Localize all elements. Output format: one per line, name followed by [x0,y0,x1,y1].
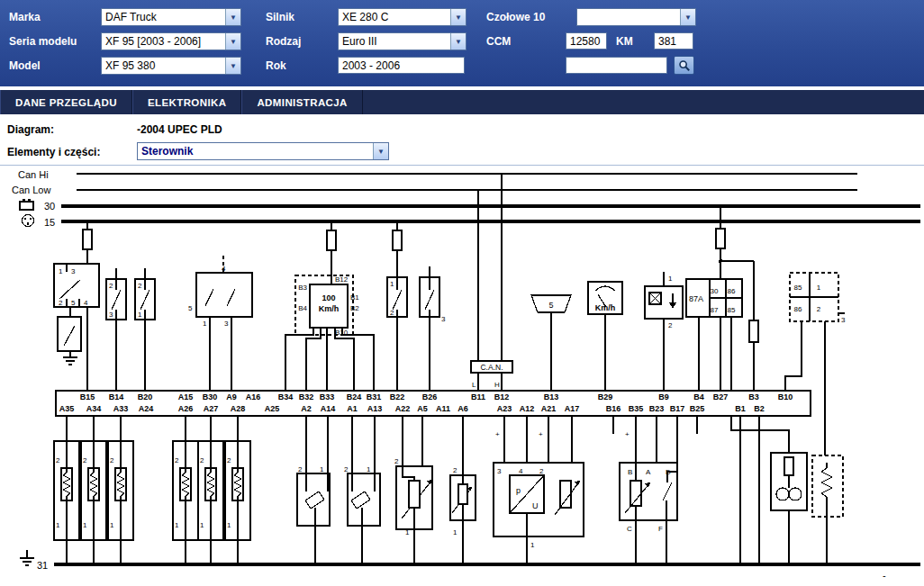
svg-text:2: 2 [453,466,457,474]
svg-text:A13: A13 [367,404,383,413]
search-button[interactable] [674,56,694,75]
menu-item-administracja[interactable]: ADMINISTRACJA [241,90,362,114]
ccm-label: CCM [486,35,511,48]
svg-text:A12: A12 [520,404,535,413]
svg-text:2: 2 [59,299,63,307]
svg-text:B30: B30 [203,392,218,401]
search-input[interactable] [566,57,667,74]
svg-text:A5: A5 [417,404,428,413]
seria-select[interactable]: XF 95 [2003 - 2006] ▼ [101,32,241,50]
svg-text:B10: B10 [778,392,793,401]
svg-text:87A: 87A [689,294,703,303]
svg-text:3: 3 [224,320,229,328]
menu-item-elektronika[interactable]: ELEKTRONIKA [132,90,241,114]
svg-text:30: 30 [711,287,719,295]
svg-text:B34: B34 [278,392,294,401]
marka-select[interactable]: DAF Truck ▼ [101,8,241,26]
svg-text:A: A [646,468,651,476]
svg-text:D: D [666,468,671,476]
svg-text:5: 5 [188,304,193,312]
czolowe-label: Czołowe 10 [486,11,545,23]
svg-text:3: 3 [841,316,846,324]
elements-select-value: Sterownik [138,143,373,159]
svg-text:1: 1 [320,465,324,473]
svg-text:B11: B11 [471,392,485,401]
svg-text:B1: B1 [350,293,359,302]
svg-text:A1: A1 [347,404,358,413]
svg-text:2: 2 [227,456,231,464]
chevron-down-icon: ▼ [225,9,240,25]
svg-text:100: 100 [322,293,335,302]
svg-text:1: 1 [405,528,410,536]
svg-text:+: + [495,430,500,438]
switch-to-ground-box [58,317,81,351]
svg-text:85: 85 [794,284,802,292]
silnik-select[interactable]: XE 280 C ▼ [338,8,467,26]
czolowe-select[interactable]: ▼ [576,8,696,26]
svg-text:A25: A25 [265,404,280,413]
svg-text:2: 2 [138,282,142,290]
svg-text:85: 85 [728,306,736,314]
fuse-symbol [393,230,402,250]
svg-text:B16: B16 [606,404,621,413]
dual-switch-box [196,273,252,317]
svg-text:3: 3 [441,315,446,323]
svg-text:2: 2 [200,456,204,464]
buzzer-element [784,457,793,475]
svg-text:C.A.N.: C.A.N. [480,363,503,372]
svg-text:2: 2 [56,456,60,464]
elements-select[interactable]: Sterownik ▼ [137,142,389,160]
svg-text:2: 2 [539,467,544,475]
svg-text:B23: B23 [649,404,665,413]
svg-text:2: 2 [344,465,349,473]
svg-text:B2: B2 [350,304,359,312]
fuse-symbol [327,230,336,250]
svg-text:1: 1 [56,521,60,529]
svg-text:A14: A14 [321,404,336,413]
svg-text:A33: A33 [113,404,129,413]
svg-text:2: 2 [175,456,179,464]
svg-text:B17: B17 [670,404,685,413]
svg-text:3: 3 [71,267,76,275]
svg-text:86: 86 [794,305,802,313]
svg-text:2: 2 [394,457,399,465]
svg-text:1: 1 [59,267,63,275]
resistor-symbol [409,481,420,508]
svg-text:2: 2 [109,282,113,290]
seria-select-value: XF 95 [2003 - 2006] [102,33,225,50]
svg-text:2: 2 [83,456,87,464]
model-select[interactable]: XF 95 380 ▼ [101,57,241,75]
seria-label: Seria modelu [9,35,77,48]
svg-text:-: - [883,570,886,581]
svg-text:B4: B4 [298,304,307,312]
rodzaj-select[interactable]: Euro III ▼ [338,32,467,50]
svg-text:1: 1 [175,521,179,529]
svg-text:2: 2 [390,309,394,317]
svg-text:A11: A11 [436,404,450,413]
diagram-value: -2004 UPEC PLD [137,123,222,136]
svg-text:B15: B15 [80,392,95,401]
menu-item-dane-przegladu[interactable]: DANE PRZEGLĄDU [0,90,132,114]
svg-text:1: 1 [530,541,535,549]
resistor-symbol [560,481,571,508]
svg-text:B31: B31 [367,392,382,401]
svg-text:B12: B12 [335,275,349,284]
svg-text:p: p [516,486,521,495]
svg-text:1: 1 [203,320,207,328]
svg-text:A28: A28 [231,404,246,413]
svg-text:A27: A27 [204,404,219,413]
main-menu: DANE PRZEGLĄDU ELEKTRONIKA ADMINISTRACJA [0,90,924,114]
svg-text:B26: B26 [422,392,438,401]
ccm-input[interactable] [566,32,607,50]
svg-text:A15: A15 [178,392,194,401]
svg-text:C: C [627,525,632,533]
svg-text:A21: A21 [541,404,557,413]
divider-line [0,165,924,166]
svg-text:Km/h: Km/h [319,304,340,313]
svg-text:1: 1 [83,521,87,529]
rok-input[interactable] [338,57,465,74]
svg-text:B1: B1 [735,404,746,413]
component-boxes [54,229,807,536]
km-input[interactable] [654,32,693,50]
svg-text:1: 1 [138,311,142,319]
